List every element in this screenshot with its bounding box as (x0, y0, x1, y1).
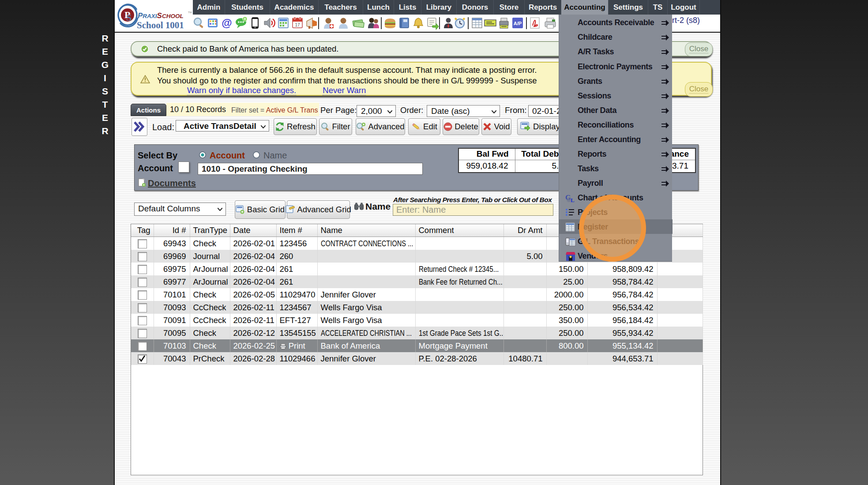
svg-text:School 1001: School 1001 (137, 20, 184, 30)
svg-text:17: 17 (295, 23, 300, 27)
svg-text:A/P: A/P (514, 21, 522, 26)
svg-text:L: L (571, 197, 575, 203)
svg-text:S: S (126, 12, 132, 23)
svg-text:TM: TM (188, 11, 192, 14)
svg-text:PRAXISCHOOL: PRAXISCHOOL (138, 11, 184, 20)
svg-text:@: @ (222, 17, 232, 29)
